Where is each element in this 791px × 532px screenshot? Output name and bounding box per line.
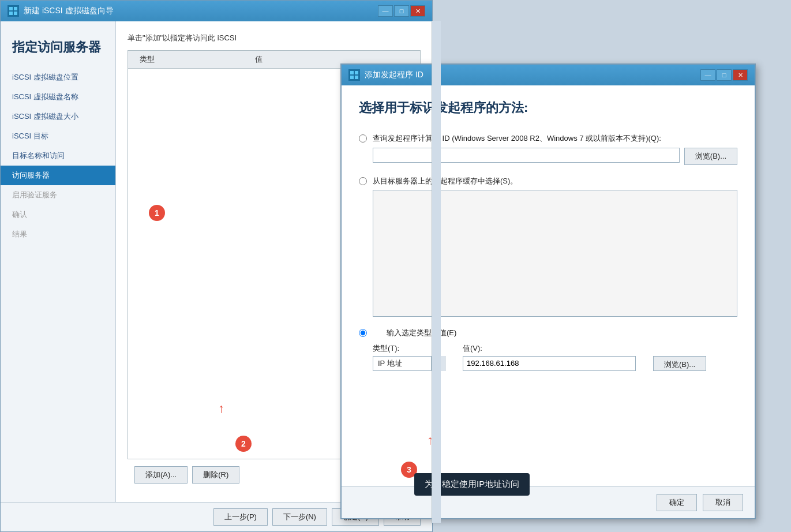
dialog-minimize-button[interactable]: —	[700, 69, 715, 81]
value-field-group: 值(V):	[463, 343, 636, 371]
add-initiator-dialog: 添加发起程序 ID — □ ✕ 选择用于标识发起程序的方法: 查询发起程序计算机…	[340, 63, 756, 519]
sidebar-heading: 指定访问服务器	[1, 21, 115, 68]
dialog-window-icon	[348, 69, 360, 81]
dialog-heading: 选择用于标识发起程序的方法:	[359, 99, 737, 117]
query-input-area: 浏览(B)...	[373, 148, 737, 165]
dialog-close-button[interactable]: ✕	[733, 69, 748, 81]
radio-enter-label: 输入选定类型的值(E)	[387, 327, 456, 339]
main-window-icon	[8, 5, 19, 17]
prev-button[interactable]: 上一步(P)	[213, 508, 268, 526]
main-title: 新建 iSCSI 虚拟磁盘向导	[24, 6, 114, 16]
radio-query[interactable]	[359, 134, 367, 143]
col-value-header: 值	[243, 54, 274, 65]
value-field-label: 值(V):	[463, 343, 636, 354]
sidebar-item-iscsi-location[interactable]: iSCSI 虚拟磁盘位置	[1, 68, 115, 87]
svg-rect-1	[14, 7, 17, 10]
main-title-bar: 新建 iSCSI 虚拟磁盘向导 — □ ✕	[1, 1, 432, 21]
radio-item-3: 输入选定类型的值(E)	[359, 327, 737, 339]
main-scrollbar[interactable]	[432, 21, 441, 523]
next-button[interactable]: 下一步(N)	[272, 508, 327, 526]
radio-item-2: 从目标服务器上的发起程序缓存中选择(S)。	[359, 175, 737, 187]
svg-rect-4	[350, 71, 354, 74]
svg-rect-3	[14, 12, 17, 15]
sidebar-item-enable-auth: 启用验证服务	[1, 185, 115, 205]
svg-rect-2	[9, 12, 13, 15]
dialog-footer: 确定 取消	[342, 486, 755, 518]
annotation-circle-1: 1	[149, 205, 165, 221]
sidebar: 指定访问服务器 iSCSI 虚拟磁盘位置 iSCSI 虚拟磁盘名称 iSCSI …	[1, 21, 116, 502]
col-type-header: 类型	[128, 54, 243, 65]
title-bar-left: 新建 iSCSI 虚拟磁盘向导	[8, 5, 114, 17]
sidebar-item-target-name[interactable]: 目标名称和访问	[1, 146, 115, 166]
radio-query-label: 查询发起程序计算机 ID (Windows Server 2008 R2、Win…	[373, 133, 661, 144]
panel-description: 单击"添加"以指定将访问此 iSCSI	[128, 33, 421, 43]
radio-item-1: 查询发起程序计算机 ID (Windows Server 2008 R2、Win…	[359, 133, 737, 144]
sidebar-item-access-server[interactable]: 访问服务器	[1, 166, 115, 185]
svg-rect-0	[9, 7, 13, 10]
ok-button[interactable]: 确定	[657, 494, 697, 511]
dialog-title: 添加发起程序 ID	[365, 70, 423, 80]
delete-button[interactable]: 删除(R)	[192, 466, 239, 484]
type-select-value: IP 地址	[373, 358, 431, 369]
svg-rect-7	[355, 76, 358, 79]
sidebar-item-iscsi-target[interactable]: iSCSI 目标	[1, 126, 115, 146]
value-browse-button[interactable]: 浏览(B)...	[653, 356, 706, 371]
type-value-row: 类型(T): IP 地址 ▼ 值(V): 浏览(B)...	[373, 343, 737, 371]
radio-section-2: 从目标服务器上的发起程序缓存中选择(S)。	[359, 175, 737, 317]
dialog-title-bar: 添加发起程序 ID — □ ✕	[342, 65, 755, 85]
cache-list-box[interactable]	[373, 190, 737, 317]
annotation-circle-2: 2	[235, 436, 252, 452]
radio-enter[interactable]	[359, 329, 367, 337]
sidebar-item-iscsi-size[interactable]: iSCSI 虚拟磁盘大小	[1, 107, 115, 126]
svg-rect-5	[355, 71, 358, 74]
query-text-input[interactable]	[373, 148, 680, 163]
radio-section-1: 查询发起程序计算机 ID (Windows Server 2008 R2、Win…	[359, 133, 737, 165]
close-button[interactable]: ✕	[410, 5, 425, 17]
arrow-to-add-button: ↑	[218, 401, 224, 416]
sidebar-item-result: 结果	[1, 224, 115, 244]
sidebar-item-confirm: 确认	[1, 205, 115, 224]
add-button[interactable]: 添加(A)...	[134, 466, 188, 484]
dialog-content: 选择用于标识发起程序的方法: 查询发起程序计算机 ID (Windows Ser…	[342, 85, 755, 486]
minimize-button[interactable]: —	[378, 5, 393, 17]
radio-cache[interactable]	[359, 177, 367, 185]
radio-cache-label: 从目标服务器上的发起程序缓存中选择(S)。	[373, 175, 518, 187]
cancel-button[interactable]: 取消	[703, 494, 743, 511]
radio-section-3: 输入选定类型的值(E) 类型(T): IP 地址 ▼ 值(V): 浏览(B)..…	[359, 327, 737, 371]
sidebar-item-iscsi-name[interactable]: iSCSI 虚拟磁盘名称	[1, 87, 115, 107]
maximize-button[interactable]: □	[394, 5, 409, 17]
value-text-input[interactable]	[463, 356, 636, 371]
dialog-title-controls: — □ ✕	[700, 69, 748, 81]
svg-rect-6	[350, 76, 354, 79]
dialog-maximize-button[interactable]: □	[717, 69, 732, 81]
query-browse-button[interactable]: 浏览(B)...	[684, 148, 737, 165]
dialog-title-left: 添加发起程序 ID	[348, 69, 423, 81]
main-title-controls: — □ ✕	[378, 5, 425, 17]
